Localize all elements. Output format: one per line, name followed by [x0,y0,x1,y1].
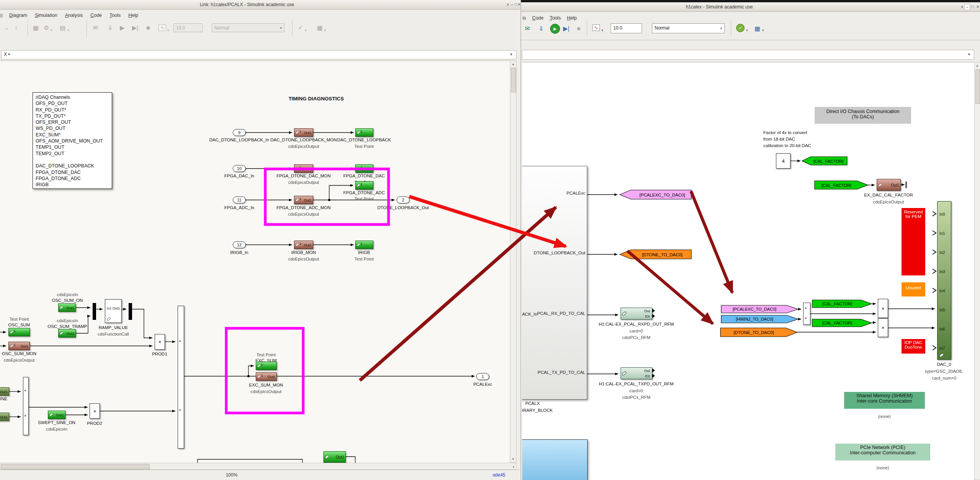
blue-subsystem-block[interactable] [522,439,588,480]
table-dropdown-icon[interactable]: ▾ [324,25,326,35]
sim-mode-select[interactable]: Normal▾ [652,23,725,33]
block-dac-dtone-loopback-tp[interactable]: 1 [355,128,373,137]
sim-time-field[interactable]: 10.0 [611,23,642,33]
check-dropdown-icon[interactable]: ▾ [305,25,307,35]
sum-block-2[interactable] [23,377,29,435]
scope-dropdown-icon[interactable]: ▾ [601,25,603,35]
from-pcalexc-tag[interactable]: [PCALEXC_TO_DAC0] [721,305,799,313]
hscroll-thumb[interactable] [1,464,150,469]
menu-code[interactable]: Code [532,15,544,21]
block-prod2[interactable]: × [90,403,100,419]
block-exc-sum-mon[interactable]: 1Out1 [256,372,277,381]
vscrollbar-left[interactable]: ▲ ▼ [510,61,516,463]
menu-help[interactable]: Help [567,15,577,21]
block-mult-in5[interactable]: × [878,299,888,318]
sim-time-field[interactable]: 10.0 [173,23,203,32]
block-osc-sum-on[interactable]: Out1 [58,303,76,312]
stop-icon[interactable]: ■ [577,24,581,34]
vscroll-thumb[interactable] [511,68,516,92]
block-fpga-dtone-adc-mon[interactable]: 1Out1 [294,196,313,204]
block-osc-sum-tp[interactable]: 1 [8,328,30,336]
hscrollbar-left[interactable]: ▸ [0,463,516,470]
close-button[interactable]: ✕ [975,4,980,10]
block-fpga-dtone-adc-tp[interactable]: 1 [355,181,373,190]
sum-block-main[interactable] [178,306,184,449]
check-icon[interactable]: ✓ [736,24,745,32]
block-dac0[interactable]: In0 In1 In2 In3 In4 In5 In6 In7 [937,201,951,360]
diagram-canvas-left[interactable]: #DAQ ChannelsOFS_PD_OUTRX_PD_OUT*TX_PD_O… [0,61,510,463]
sim-mode-select[interactable]: Normal▾ [212,23,284,32]
mux-block[interactable] [93,303,96,320]
menu-analysis[interactable]: Analysis [65,13,83,18]
demux-block[interactable] [129,303,132,320]
goto-cal-factor-tag[interactable]: [CAL_FACTOR] [802,156,848,165]
menu-tools[interactable]: Tools [109,13,121,18]
titlebar-right[interactable]: h1calex - Simulink academic use ∧ – □ ✕ [521,2,980,12]
from-cal-factor-tag[interactable]: [CAL_FACTOR] [814,180,869,190]
inport-10[interactable]: 10 [233,165,246,172]
table-icon[interactable]: ▦ [755,24,760,34]
run-icon[interactable]: ▶ [120,23,124,33]
solver-name[interactable]: ode45 [493,472,505,478]
run-icon[interactable]: ▶ [550,24,560,34]
goto-pcalexc-tag[interactable]: [PCALEXC_TO_DAC0] [619,190,692,200]
block-rfm-txpd[interactable]: OutErr [621,367,652,379]
scope-dropdown-icon[interactable]: ▾ [167,25,169,35]
minimize-button[interactable]: – [964,4,970,10]
inport-11[interactable]: 11 [233,197,246,203]
block-prod1[interactable]: × [155,334,165,350]
block-rfm-rxpd[interactable]: OutErr [621,308,652,319]
from-dtone-tag[interactable]: [DTONE_TO_DAC0] [720,328,798,337]
breadcrumb-dropdown-icon[interactable]: ▼ [510,52,513,56]
block-ex-dac-cal-factor[interactable]: Out1 [877,179,901,191]
scroll-right-icon[interactable]: ▸ [513,465,514,469]
check-icon[interactable]: ✓ [298,23,303,33]
outport-1[interactable]: 1 [476,373,489,380]
list-icon[interactable]: ▤ [60,23,65,33]
step-forward-icon[interactable]: ▶| [563,24,569,34]
breadcrumb-dropdown-icon[interactable]: ▼ [967,52,971,56]
list-dropdown-icon[interactable]: ▾ [67,25,69,35]
block-sine-out1[interactable]: Out1 [0,387,9,396]
menu-simulation[interactable]: Simulation [35,13,57,18]
block-swept-sine-on[interactable]: Out1 [48,411,65,419]
menu-diagram[interactable]: Diagram [9,13,27,18]
table-icon[interactable]: ▦ [317,23,323,33]
from-cal-factor-tag-3[interactable]: [CAL_FACTOR] [812,319,872,327]
gear-dropdown-icon[interactable]: ▾ [51,25,52,35]
vscrollbar-right[interactable]: ▲ [974,62,980,480]
table-dropdown-icon[interactable]: ▾ [762,25,764,35]
update-icon[interactable]: ✉ [525,24,530,34]
scroll-down-icon[interactable]: ▼ [510,457,516,461]
scope-icon[interactable]: ∿ [158,25,166,31]
update-icon[interactable]: ✉ [93,23,98,33]
block-dac-dtone-loopback-mon[interactable]: 1Out1 [294,128,313,137]
block-mult-in6[interactable]: × [878,318,888,337]
block-irigb-mon[interactable]: 1Out1 [294,241,313,249]
up-icon[interactable]: ↑ [15,23,18,33]
constant-4-block[interactable]: 4 [776,153,791,169]
from-hwinj-tag[interactable]: [HWINJ_TO_DAC0] [721,315,799,323]
block-sine2-out1[interactable]: Out1 [0,413,9,421]
block-exc-sum-tp[interactable]: 1 [256,362,277,370]
scroll-up-icon[interactable]: ▲ [510,62,516,66]
pcalx-subsystem-block[interactable]: PCALExc DTONE_LOOPBACK_Out PCAL_RX_PD_TO… [522,166,587,400]
block-bottom-out1[interactable]: Out1 [323,451,346,463]
maximize-button[interactable]: □ [970,4,975,10]
block-fpga-dtone-dac-mon[interactable]: 1Out1 [294,164,313,173]
menu-code[interactable]: Code [90,13,102,18]
scroll-up-icon[interactable]: ▲ [975,64,980,67]
gear-icon[interactable]: ⚙ [44,23,49,33]
inport-12[interactable]: 12 [233,241,246,248]
block-ramp-value[interactable]: In1 Out1 [105,299,122,323]
outport-2[interactable]: 2 [397,197,410,203]
block-osc-sum-mon[interactable]: 1Out1 [8,342,30,350]
from-cal-factor-tag-2[interactable]: [CAL_FACTOR] [812,300,872,308]
breadcrumb[interactable]: X ▸ ▼ [1,50,516,59]
step-forward-icon[interactable]: ▶| [132,23,138,33]
grid-icon[interactable]: ▦ [33,23,39,33]
block-fpga-dtone-dac-tp[interactable]: 1 [355,164,373,173]
step-back-icon[interactable]: ⇓ [539,24,544,34]
block-irigb-tp[interactable]: 1 [355,241,373,249]
breadcrumb[interactable]: ▼ [522,50,974,60]
